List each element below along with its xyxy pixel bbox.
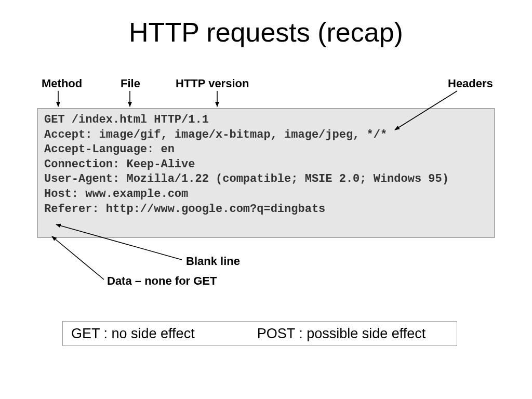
code-line-5: User-Agent: Mozilla/1.22 (compatible; MS…	[44, 172, 449, 185]
http-request-code: GET /index.html HTTP/1.1 Accept: image/g…	[37, 108, 495, 238]
arrow-data-none	[52, 236, 104, 280]
code-line-4: Connection: Keep-Alive	[44, 158, 195, 171]
label-file: File	[121, 77, 140, 90]
code-line-6: Host: www.example.com	[44, 188, 188, 201]
get-post-note: GET : no side effect POST : possible sid…	[62, 321, 457, 346]
label-data-none: Data – none for GET	[107, 274, 217, 288]
code-line-3: Accept-Language: en	[44, 143, 175, 156]
code-line-1: GET /index.html HTTP/1.1	[44, 113, 209, 126]
code-line-2: Accept: image/gif, image/x-bitmap, image…	[44, 128, 387, 141]
label-http-version: HTTP version	[176, 77, 249, 90]
label-method: Method	[42, 77, 82, 90]
code-line-7: Referer: http://www.google.com?q=dingbat…	[44, 203, 325, 216]
label-headers: Headers	[448, 77, 493, 90]
label-blank-line: Blank line	[186, 255, 240, 268]
note-post: POST : possible side effect	[257, 326, 426, 342]
note-get: GET : no side effect	[71, 326, 195, 342]
slide-title: HTTP requests (recap)	[0, 17, 532, 48]
